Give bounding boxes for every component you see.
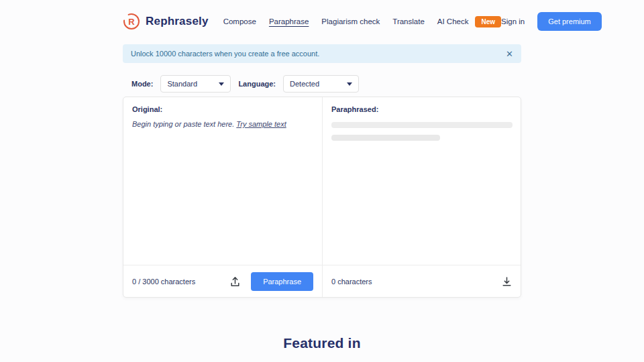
svg-text:R: R <box>128 17 135 27</box>
original-footer: 0 / 3000 characters Paraphrase <box>123 265 322 297</box>
paraphrased-char-count: 0 characters <box>331 278 372 286</box>
nav-paraphrase[interactable]: Paraphrase <box>269 17 309 25</box>
mode-select[interactable]: Standard <box>160 75 231 93</box>
download-button[interactable] <box>502 276 512 287</box>
paraphrased-label: Paraphrased: <box>331 105 512 113</box>
paraphrased-footer: 0 characters <box>322 265 521 297</box>
download-icon <box>502 276 512 287</box>
mode-value: Standard <box>167 80 197 88</box>
settings-toolbar: Mode: Standard Language: Detected <box>123 75 521 93</box>
chevron-down-icon <box>219 82 224 86</box>
original-text-area[interactable]: Original: Begin typing or paste text her… <box>123 97 322 265</box>
chevron-down-icon <box>347 82 352 86</box>
logo[interactable]: R Rephrasely <box>123 13 209 30</box>
upload-button[interactable] <box>230 276 240 287</box>
upload-icon <box>230 276 240 287</box>
nav-plagiarism-check[interactable]: Plagiarism check <box>321 17 380 25</box>
close-icon[interactable]: ✕ <box>506 50 513 58</box>
paraphrased-output-area: Paraphrased: <box>322 97 521 265</box>
language-value: Detected <box>290 80 319 88</box>
try-sample-text-link[interactable]: Try sample text <box>236 120 286 128</box>
skeleton-line <box>331 122 513 128</box>
original-label: Original: <box>132 105 313 113</box>
language-label: Language: <box>238 80 276 88</box>
rephrasely-logo-icon: R <box>123 13 140 30</box>
banner-text: Unlock 10000 characters when you create … <box>131 50 319 58</box>
original-char-count: 0 / 3000 characters <box>132 278 195 286</box>
paraphrase-button[interactable]: Paraphrase <box>251 272 313 291</box>
nav-compose[interactable]: Compose <box>223 17 256 25</box>
sign-in-link[interactable]: Sign in <box>501 17 525 25</box>
main-nav: Compose Paraphrase Plagiarism check Tran… <box>223 16 501 27</box>
editor-card: Original: Begin typing or paste text her… <box>123 97 521 298</box>
nav-ai-check[interactable]: AI Check <box>437 17 469 25</box>
header: R Rephrasely Compose Paraphrase Plagiari… <box>123 0 521 43</box>
featured-in-title: Featured in <box>123 335 521 351</box>
get-premium-button[interactable]: Get premium <box>537 12 602 31</box>
original-placeholder: Begin typing or paste text here. Try sam… <box>132 120 313 128</box>
signup-banner: Unlock 10000 characters when you create … <box>123 44 521 63</box>
new-badge[interactable]: New <box>475 16 501 27</box>
logo-text: Rephrasely <box>146 15 209 28</box>
nav-translate[interactable]: Translate <box>392 17 425 25</box>
mode-label: Mode: <box>131 80 153 88</box>
editor-footer: 0 / 3000 characters Paraphrase 0 charact… <box>123 265 521 297</box>
language-select[interactable]: Detected <box>283 75 359 93</box>
skeleton-line <box>331 135 440 141</box>
